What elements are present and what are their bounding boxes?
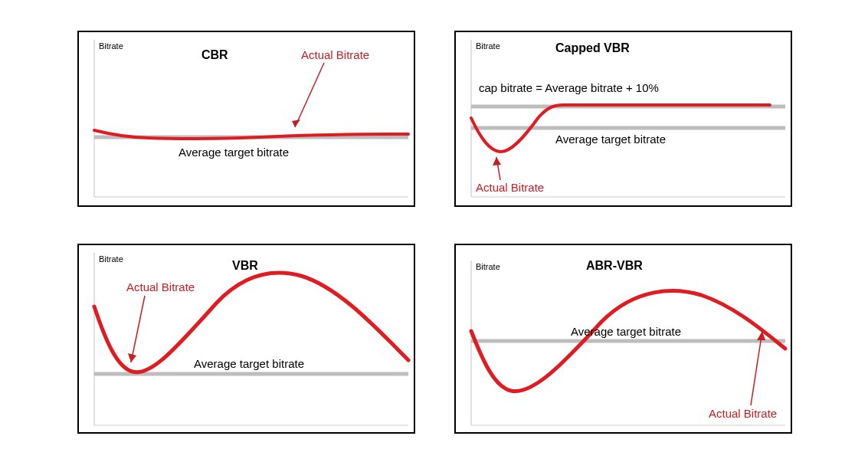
actual-bitrate-label: Actual Bitrate — [301, 48, 369, 61]
panel-vbr: Bitrate VBR Actual Bitrate Average targe… — [77, 244, 415, 434]
page: Bitrate CBR Actual Bitrate Average targe… — [0, 0, 868, 472]
avg-target-label: Average target bitrate — [571, 325, 681, 338]
chart-title: Capped VBR — [555, 41, 630, 54]
arrow-line-actual — [131, 296, 145, 362]
chart-vbr: Bitrate VBR Actual Bitrate Average targe… — [79, 245, 417, 435]
y-axis-label: Bitrate — [99, 254, 123, 264]
y-axis-label: Bitrate — [99, 41, 123, 51]
arrow-head-icon — [128, 353, 136, 362]
arrow-head-icon — [493, 157, 501, 166]
actual-bitrate-label: Actual Bitrate — [476, 181, 544, 194]
chart-abr-vbr: Bitrate ABR-VBR Average target bitrate A… — [456, 245, 794, 435]
y-axis-label: Bitrate — [476, 262, 500, 271]
actual-bitrate-label: Actual Bitrate — [126, 280, 195, 293]
cap-formula-label: cap bitrate = Average bitrate + 10% — [479, 81, 659, 94]
panel-abr-vbr: Bitrate ABR-VBR Average target bitrate A… — [454, 244, 792, 434]
chart-title: CBR — [201, 48, 228, 61]
chart-title: ABR-VBR — [586, 259, 643, 272]
chart-cbr: Bitrate CBR Actual Bitrate Average targe… — [79, 32, 417, 208]
chart-capped-vbr: Bitrate Capped VBR cap bitrate = Average… — [456, 32, 794, 208]
panel-capped-vbr: Bitrate Capped VBR cap bitrate = Average… — [454, 31, 792, 207]
avg-target-label: Average target bitrate — [555, 133, 666, 146]
avg-target-label: Average target bitrate — [179, 146, 289, 159]
actual-bitrate-label: Actual Bitrate — [709, 407, 777, 420]
arrow-line-actual — [295, 63, 324, 127]
avg-target-label: Average target bitrate — [194, 357, 304, 370]
chart-title: VBR — [232, 259, 258, 272]
y-axis-label: Bitrate — [476, 41, 500, 51]
panel-cbr: Bitrate CBR Actual Bitrate Average targe… — [77, 31, 415, 207]
